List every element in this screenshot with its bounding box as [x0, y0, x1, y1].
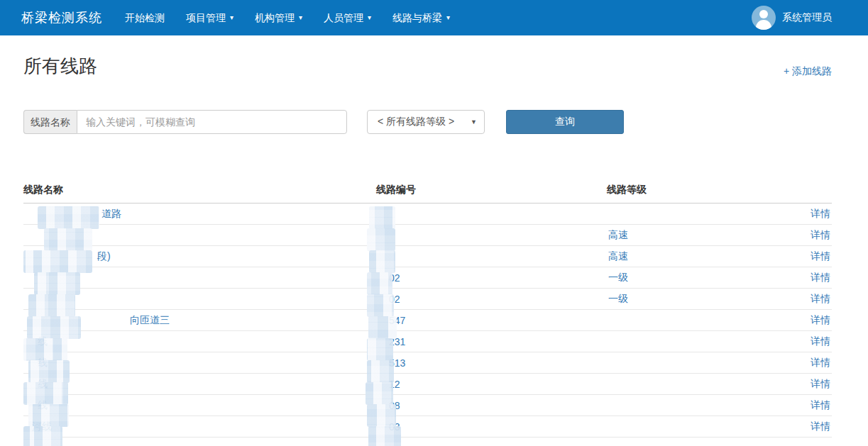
nav-item-label: 项目管理	[186, 0, 226, 35]
add-line-link[interactable]: + 添加线路	[784, 65, 832, 78]
detail-link[interactable]: 详情	[811, 420, 832, 432]
detail-link[interactable]: 详情	[811, 272, 832, 283]
line-level-select[interactable]: < 所有线路等级 > ▼	[367, 110, 485, 134]
line-number-cell: 513	[376, 352, 607, 374]
line-name-cell: 线	[23, 374, 376, 395]
detail-link[interactable]: 详情	[811, 378, 832, 389]
line-number-text: 02	[376, 294, 400, 305]
line-action-cell: 详情	[808, 204, 832, 225]
caret-down-icon: ▾	[368, 0, 371, 35]
line-name-text: 线	[23, 399, 48, 411]
line-name-cell: 向匝道三	[23, 310, 376, 331]
line-number-text: 547	[376, 315, 405, 326]
table-row: 02 一级 详情	[23, 267, 832, 289]
detail-link[interactable]: 详情	[811, 314, 832, 325]
line-number-cell: 231	[376, 331, 607, 352]
detail-link[interactable]: 详情	[811, 399, 832, 411]
nav-item-label: 人员管理	[324, 0, 363, 35]
caret-down-icon: ▾	[446, 0, 450, 35]
line-grade-text: 一级	[607, 293, 628, 306]
line-name-cell: 线	[23, 395, 376, 416]
lines-table: 线路名称 线路编号 线路等级 道路 详情 高速 详情 段) 高速 详情	[23, 174, 832, 437]
line-number-text: 513	[376, 357, 405, 369]
keyword-input[interactable]	[77, 110, 347, 134]
user-name: 系统管理员	[782, 11, 832, 24]
main-content: 所有线路 + 添加线路 线路名称 < 所有线路等级 > ▼ 查询 线路名称 线路…	[0, 35, 868, 437]
line-grade-cell	[607, 204, 808, 225]
line-grade-cell: 高速	[607, 225, 808, 246]
nav-item-1[interactable]: 项目管理▾	[175, 0, 244, 35]
line-grade-cell	[607, 331, 808, 352]
header-line-grade: 线路等级	[607, 174, 808, 204]
table-header-row: 线路名称 线路编号 线路等级	[23, 174, 832, 204]
nav-item-label: 开始检测	[125, 0, 165, 35]
line-name-text: 段)	[23, 250, 111, 262]
title-row: 所有线路 + 添加线路	[23, 54, 832, 78]
table-row: 段) 高速 详情	[23, 246, 832, 267]
line-name-text: 线	[23, 378, 48, 389]
line-action-cell: 详情	[808, 374, 832, 395]
nav-item-2[interactable]: 机构管理▾	[244, 0, 313, 35]
line-action-cell: 详情	[808, 310, 832, 331]
line-number-cell: 03	[376, 416, 607, 437]
line-grade-cell	[607, 310, 808, 331]
line-action-cell: 详情	[808, 352, 832, 374]
line-name-cell	[23, 225, 376, 246]
avatar-head	[759, 10, 768, 18]
line-name-cell: 段)	[23, 246, 376, 267]
user-menu[interactable]: 系统管理员	[752, 0, 832, 35]
user-avatar-icon	[752, 6, 776, 30]
detail-link[interactable]: 详情	[811, 208, 832, 219]
line-name-text: 线	[23, 335, 48, 347]
caret-down-icon: ▾	[230, 0, 234, 35]
line-name-cell: 道路	[23, 204, 376, 225]
table-row: 线 08 详情	[23, 395, 832, 416]
line-action-cell: 详情	[808, 289, 832, 310]
search-form: 线路名称 < 所有线路等级 > ▼ 查询	[23, 110, 832, 134]
detail-link[interactable]: 详情	[811, 250, 832, 262]
line-name-text: 道路	[23, 208, 121, 219]
line-name-text: 河线	[23, 420, 52, 432]
line-number-cell: 02	[376, 289, 607, 310]
line-name-text: 向匝道三	[23, 314, 170, 325]
table-row: 高速 详情	[23, 225, 832, 246]
query-button[interactable]: 查询	[506, 110, 624, 134]
line-name-cell: 线	[23, 331, 376, 352]
line-grade-cell: 高速	[607, 246, 808, 267]
detail-link[interactable]: 详情	[811, 335, 832, 347]
detail-link[interactable]: 详情	[811, 293, 832, 304]
line-grade-cell: 一级	[607, 289, 808, 310]
line-number-text: 03	[376, 421, 400, 433]
detail-link[interactable]: 详情	[811, 357, 832, 368]
nav-item-3[interactable]: 人员管理▾	[313, 0, 382, 35]
keyword-input-group: 线路名称	[23, 110, 347, 134]
nav-item-4[interactable]: 线路与桥梁▾	[382, 0, 461, 35]
nav-item-label: 线路与桥梁	[392, 0, 442, 35]
line-number-cell: 547	[376, 310, 607, 331]
select-caret-down-icon: ▼	[471, 118, 477, 126]
top-navbar: 桥梁检测系统 开始检测项目管理▾机构管理▾人员管理▾线路与桥梁▾ 系统管理员	[0, 0, 868, 35]
table-row: 线 231 详情	[23, 331, 832, 352]
line-number-text: 02	[376, 272, 400, 284]
line-name-text: 线	[23, 357, 48, 368]
app-brand[interactable]: 桥梁检测系统	[21, 0, 102, 35]
line-level-selected-value: < 所有线路等级 >	[378, 116, 454, 128]
table-row: 线 513 详情	[23, 352, 832, 374]
keyword-field-label: 线路名称	[23, 110, 77, 134]
line-action-cell: 详情	[808, 246, 832, 267]
header-line-name: 线路名称	[23, 174, 376, 204]
line-number-text: 231	[376, 336, 405, 347]
nav-item-label: 机构管理	[255, 0, 295, 35]
nav-item-0[interactable]: 开始检测	[114, 0, 175, 35]
line-number-cell: 02	[376, 267, 607, 289]
table-row: 向匝道三 547 详情	[23, 310, 832, 331]
line-grade-text: 高速	[607, 229, 628, 242]
avatar-body	[756, 20, 771, 30]
page-title: 所有线路	[23, 54, 97, 78]
table-row: 线 12 详情	[23, 374, 832, 395]
detail-link[interactable]: 详情	[811, 229, 832, 240]
line-action-cell: 详情	[808, 395, 832, 416]
caret-down-icon: ▾	[299, 0, 302, 35]
line-grade-cell: 一级	[607, 267, 808, 289]
line-grade-text: 一级	[607, 272, 628, 284]
